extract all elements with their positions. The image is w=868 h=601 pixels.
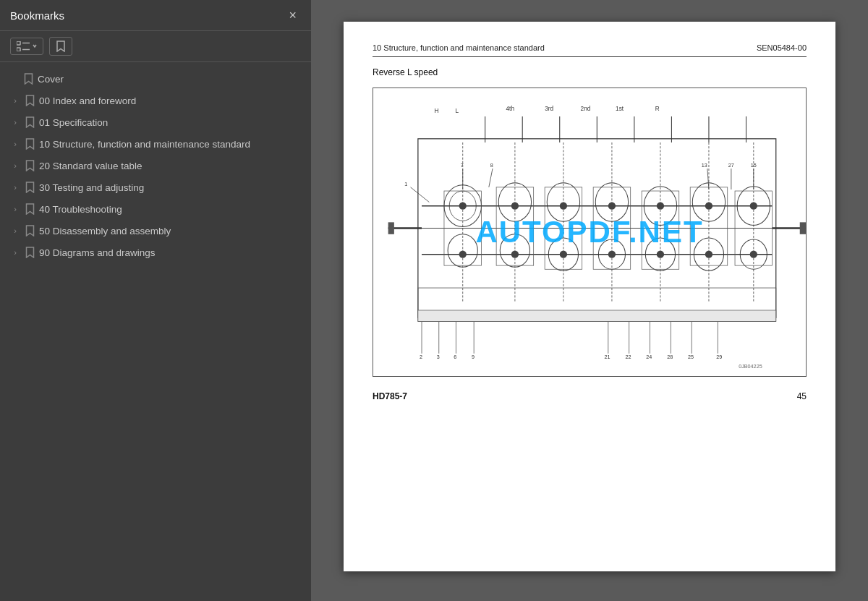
svg-text:2nd: 2nd: [581, 106, 591, 112]
bookmark-label-30: 30 Testing and adjusting: [39, 182, 301, 193]
page-header-code: SEN05484-00: [757, 43, 807, 52]
svg-text:22: 22: [625, 354, 631, 360]
chevron-00: ›: [10, 96, 20, 105]
svg-text:2: 2: [420, 354, 422, 360]
bookmark-label-00: 00 Index and foreword: [39, 95, 301, 106]
page-container: 10 Structure, function and maintenance s…: [344, 22, 835, 571]
bookmark-svg: [25, 160, 35, 171]
page-number: 45: [797, 391, 807, 401]
bookmark-item-90[interactable]: › 90 Diagrams and drawings: [0, 242, 311, 263]
svg-line-74: [489, 169, 493, 187]
svg-text:6: 6: [454, 354, 456, 360]
bookmark-icon: [56, 41, 66, 52]
bookmark-svg: [25, 138, 35, 150]
bookmark-label-cover: Cover: [38, 74, 301, 85]
svg-point-56: [459, 203, 467, 210]
svg-text:29: 29: [716, 354, 722, 360]
svg-point-68: [705, 251, 712, 258]
svg-point-62: [750, 203, 757, 210]
svg-text:13: 13: [702, 162, 707, 169]
svg-text:24: 24: [646, 354, 652, 360]
bookmark-list: Cover › 00 Index and foreword › 01 Speci…: [0, 62, 311, 601]
bookmark-svg: [25, 95, 35, 106]
sidebar-toolbar: [0, 31, 311, 62]
svg-rect-0: [17, 41, 20, 45]
bookmark-item-40[interactable]: › 40 Troubleshooting: [0, 198, 311, 220]
section-title: Reverse L speed: [373, 67, 807, 77]
list-icon: [17, 41, 30, 51]
svg-point-65: [560, 251, 567, 258]
svg-text:R: R: [655, 106, 660, 112]
svg-text:H: H: [435, 108, 439, 114]
bookmark-icon-00: [25, 95, 35, 106]
svg-text:L: L: [455, 108, 459, 114]
bookmark-svg: [25, 203, 35, 215]
bookmark-label-20: 20 Standard value table: [39, 161, 301, 171]
svg-point-69: [750, 251, 757, 258]
bookmark-label-10: 10 Structure, function and maintenance s…: [39, 139, 301, 150]
bookmark-icon-50: [25, 225, 35, 236]
svg-text:1: 1: [404, 181, 407, 187]
bookmark-add-button[interactable]: [49, 37, 72, 56]
svg-point-63: [459, 251, 467, 258]
svg-text:1st: 1st: [616, 106, 624, 112]
chevron-01: ›: [10, 118, 20, 127]
bookmark-icon-90: [25, 247, 35, 258]
svg-point-60: [657, 203, 664, 210]
svg-text:0JB04225: 0JB04225: [739, 364, 762, 370]
chevron-40: ›: [10, 205, 20, 213]
sidebar-header: Bookmarks ×: [0, 0, 311, 31]
page-footer: HD785-7 45: [373, 391, 807, 401]
bookmark-icon-cover: [23, 73, 33, 85]
svg-point-61: [705, 203, 712, 210]
bookmark-icon-30: [25, 182, 35, 193]
page-model: HD785-7: [373, 391, 407, 401]
svg-point-67: [657, 251, 664, 258]
bookmark-label-01: 01 Specification: [39, 117, 301, 128]
svg-text:21: 21: [605, 354, 610, 360]
close-button[interactable]: ×: [284, 7, 301, 23]
svg-point-64: [511, 251, 519, 258]
bookmarks-sidebar: Bookmarks ×: [0, 0, 311, 601]
diagram-box: H L 4th 3rd 2nd 1st R: [373, 88, 807, 377]
page-header-section: 10 Structure, function and maintenance s…: [373, 43, 545, 52]
svg-point-57: [511, 203, 519, 210]
list-view-button[interactable]: [10, 38, 43, 55]
svg-text:15: 15: [751, 162, 757, 169]
chevron-90: ›: [10, 248, 20, 257]
bookmark-item-30[interactable]: › 30 Testing and adjusting: [0, 176, 311, 198]
svg-line-70: [411, 187, 430, 203]
svg-point-59: [608, 203, 616, 210]
chevron-50: ›: [10, 226, 20, 235]
svg-point-66: [608, 251, 616, 258]
svg-rect-21: [388, 223, 394, 234]
bookmark-item-cover[interactable]: Cover: [0, 68, 311, 90]
bookmark-item-00[interactable]: › 00 Index and foreword: [0, 90, 311, 111]
svg-point-58: [560, 203, 567, 210]
bookmark-item-20[interactable]: › 20 Standard value table: [0, 155, 311, 176]
chevron-10: ›: [10, 140, 20, 148]
main-content: 10 Structure, function and maintenance s…: [311, 0, 868, 601]
technical-diagram: H L 4th 3rd 2nd 1st R: [373, 94, 806, 370]
svg-text:3: 3: [437, 354, 440, 360]
sidebar-title: Bookmarks: [10, 9, 64, 22]
bookmark-item-10[interactable]: › 10 Structure, function and maintenance…: [0, 133, 311, 155]
dropdown-icon: [33, 43, 37, 50]
bookmark-icon-40: [25, 203, 35, 215]
bookmark-icon-10: [25, 138, 35, 150]
svg-text:25: 25: [688, 354, 694, 360]
bookmark-item-01[interactable]: › 01 Specification: [0, 111, 311, 133]
bookmark-svg: [24, 73, 33, 85]
chevron-20: ›: [10, 161, 20, 170]
bookmark-svg: [25, 182, 35, 193]
svg-text:8: 8: [490, 162, 493, 169]
bookmark-label-90: 90 Diagrams and drawings: [39, 247, 301, 258]
bookmark-icon-20: [25, 160, 35, 171]
svg-line-76: [707, 169, 709, 189]
bookmark-svg: [25, 247, 35, 258]
bookmark-label-40: 40 Troubleshooting: [39, 204, 301, 215]
svg-text:27: 27: [728, 162, 734, 169]
svg-rect-1: [17, 48, 20, 51]
bookmark-item-50[interactable]: › 50 Disassembly and assembly: [0, 220, 311, 242]
page-header: 10 Structure, function and maintenance s…: [373, 43, 807, 57]
